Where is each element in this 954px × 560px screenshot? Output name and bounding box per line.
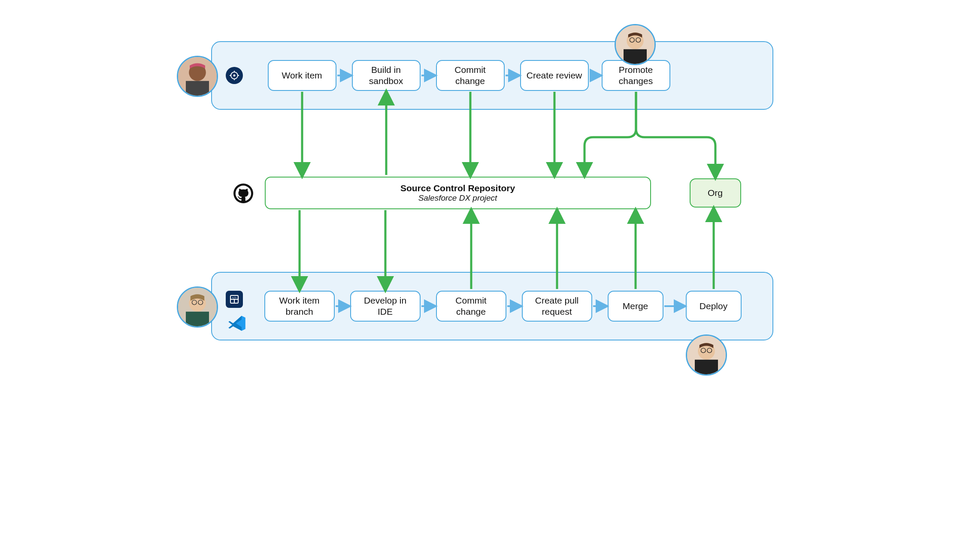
node-build-sandbox: Build in sandbox (352, 60, 421, 91)
node-org: Org (690, 178, 741, 208)
svg-rect-11 (186, 312, 209, 326)
avatar-release-manager-bottom (686, 334, 727, 376)
svg-rect-3 (186, 81, 209, 96)
target-icon (226, 67, 243, 84)
node-work-item-branch: Work item branch (264, 291, 335, 322)
diagram-canvas: Work item Build in sandbox Commit change… (168, 17, 786, 382)
repo-subtitle: Salesforce DX project (418, 193, 497, 203)
node-label: Create review (527, 70, 582, 81)
node-label: Build in sandbox (357, 64, 415, 87)
vscode-icon (227, 314, 246, 333)
node-label: Develop in IDE (355, 295, 415, 318)
svg-point-20 (233, 75, 235, 77)
avatar-developer (177, 286, 218, 328)
node-source-control-repository: Source Control Repository Salesforce DX … (265, 177, 651, 209)
node-label: Deploy (700, 301, 727, 312)
node-commit-change-top: Commit change (436, 60, 505, 91)
svg-text:</>: </> (232, 296, 236, 299)
repo-title: Source Control Repository (400, 183, 515, 193)
node-deploy: Deploy (686, 291, 742, 322)
github-icon (233, 184, 253, 203)
node-label: Create pull request (527, 295, 587, 318)
node-work-item: Work item (268, 60, 336, 91)
avatar-admin (177, 56, 218, 97)
node-label: Merge (623, 301, 648, 312)
avatar-release-manager-top (615, 24, 656, 65)
node-label: Commit change (441, 295, 501, 318)
node-develop-ide: Develop in IDE (350, 291, 421, 322)
node-label: Work item (282, 70, 322, 81)
svg-rect-16 (695, 360, 718, 374)
node-label: Promote changes (607, 64, 665, 87)
svg-rect-6 (624, 49, 647, 64)
node-commit-change-bottom: Commit change (436, 291, 506, 322)
node-label: Work item branch (270, 295, 330, 318)
node-create-review: Create review (520, 60, 589, 91)
node-label: Org (708, 188, 723, 198)
code-builder-icon: </> (226, 291, 243, 308)
node-label: Commit change (441, 64, 500, 87)
node-merge: Merge (608, 291, 663, 322)
node-create-pull-request: Create pull request (522, 291, 592, 322)
